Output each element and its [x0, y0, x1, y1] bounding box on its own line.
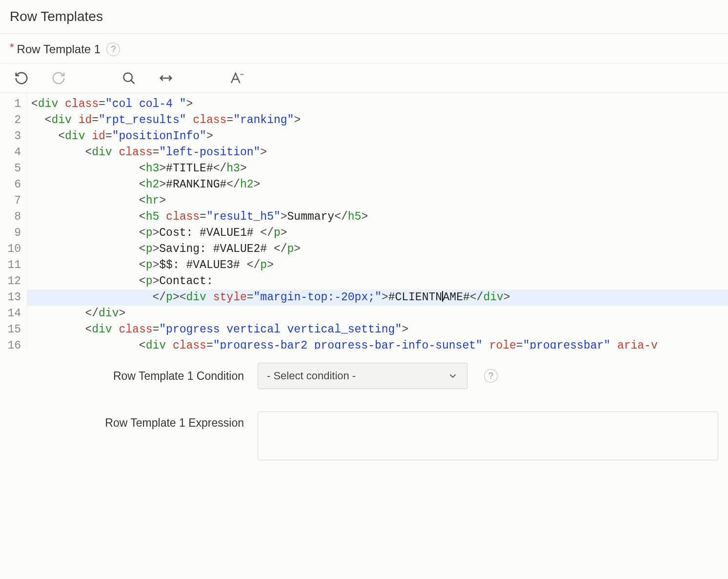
line-number: 11 [0, 257, 27, 273]
code-line[interactable]: <div class="progress-bar2 progress-bar-i… [27, 338, 728, 349]
line-number: 6 [0, 177, 27, 193]
condition-select[interactable]: - Select condition - [258, 363, 467, 389]
svg-point-5 [243, 74, 244, 75]
line-number-gutter: 12345678910111213141516 [0, 93, 27, 349]
code-line[interactable]: <p>Saving: #VALUE2# </p> [27, 241, 728, 257]
row-template-1-label-row: * Row Template 1 ? [0, 34, 728, 63]
line-number: 4 [0, 145, 27, 161]
search-icon[interactable] [120, 69, 138, 87]
line-number: 15 [0, 322, 27, 338]
line-number: 7 [0, 193, 27, 209]
code-content[interactable]: <div class="col col-4 "> <div id="rpt_re… [27, 93, 728, 349]
editor-toolbar [0, 63, 728, 93]
code-line[interactable]: <hr> [27, 193, 728, 209]
line-number: 1 [0, 96, 27, 112]
section-title: Row Templates [0, 0, 728, 34]
redo-icon[interactable] [50, 69, 67, 87]
line-number: 9 [0, 225, 27, 241]
line-number: 2 [0, 112, 27, 128]
code-line[interactable]: <h5 class="result_h5">Summary</h5> [27, 209, 728, 225]
help-icon[interactable]: ? [106, 42, 120, 56]
condition-row: Row Template 1 Condition - Select condit… [0, 349, 728, 398]
code-line[interactable]: <div class="progress vertical vertical_s… [27, 322, 728, 338]
code-line[interactable]: </div> [27, 306, 728, 322]
code-line[interactable]: <h3>#TITLE#</h3> [27, 161, 728, 177]
code-line[interactable]: <p>$$: #VALUE3# </p> [27, 257, 728, 273]
svg-point-0 [123, 73, 132, 82]
expression-label: Row Template 1 Expression [10, 412, 244, 430]
code-line[interactable]: <div class="col col-4 "> [27, 96, 728, 112]
line-number: 12 [0, 273, 27, 290]
line-number: 14 [0, 306, 27, 322]
code-line[interactable]: <div class="left-position"> [27, 145, 728, 161]
code-line[interactable]: <h2>#RANKING#</h2> [27, 177, 728, 193]
line-number: 5 [0, 161, 27, 177]
code-line[interactable]: <div id="rpt_results" class="ranking"> [27, 112, 728, 128]
line-number: 8 [0, 209, 27, 225]
line-number: 13 [0, 290, 27, 306]
code-line[interactable]: <p>Cost: #VALUE1# </p> [27, 225, 728, 241]
code-editor[interactable]: 12345678910111213141516 <div class="col … [0, 93, 728, 349]
condition-label: Row Template 1 Condition [10, 370, 244, 383]
horizontal-resize-icon[interactable] [157, 69, 175, 87]
line-number: 16 [0, 338, 27, 349]
condition-select-value: - Select condition - [267, 370, 356, 382]
code-line[interactable]: <p>Contact: [27, 273, 728, 290]
svg-point-4 [241, 74, 242, 75]
line-number: 10 [0, 241, 27, 257]
expression-textarea[interactable] [258, 412, 718, 460]
row-template-1-label: Row Template 1 [17, 42, 101, 56]
code-line[interactable]: </p><div style="margin-top:-20px;">#CLIE… [27, 290, 728, 306]
svg-line-1 [131, 81, 135, 84]
line-number: 3 [0, 128, 27, 145]
code-line[interactable]: <div id="positionInfo"> [27, 128, 728, 145]
undo-icon[interactable] [13, 69, 30, 87]
chevron-down-icon [447, 371, 458, 381]
required-indicator: * [10, 42, 14, 53]
font-settings-icon[interactable] [227, 69, 245, 87]
help-icon[interactable]: ? [484, 369, 498, 383]
expression-row: Row Template 1 Expression [0, 398, 728, 469]
